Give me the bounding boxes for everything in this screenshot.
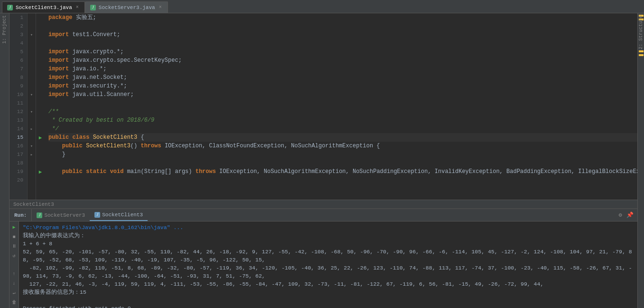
run-g-12	[36, 107, 45, 116]
code-content[interactable]: package 实验五; import test1.Convert; impor…	[45, 13, 637, 200]
ln-4: 4	[11, 39, 23, 48]
fold-14[interactable]: ▸	[28, 125, 36, 133]
ln-3: 3	[11, 30, 23, 39]
console-line-6: 接收服务器的信息为：15	[23, 288, 634, 296]
run-g-10	[36, 90, 45, 99]
run-left-panel: ▶ ■ ⏸ ↺ ↑ ↓ ↵ 🗑	[9, 221, 19, 308]
ln-1: 1	[11, 13, 23, 22]
ln-16: 16	[11, 142, 23, 150]
ln-5: 5	[11, 48, 23, 56]
structure-label[interactable]: 2: Structure	[638, 15, 644, 49]
clear-icon[interactable]: 🗑	[10, 298, 18, 306]
editor-class-name: SocketClient3	[13, 202, 54, 207]
run-g-7	[36, 65, 45, 73]
code-line-14: */	[48, 125, 637, 133]
ln-6: 6	[11, 56, 23, 65]
code-line-13: * Created by besti on 2018/6/9	[48, 116, 637, 125]
console-line-2: 1 + 6 + 8	[23, 240, 634, 248]
console-path-text: "C:\Program Files\Java\jdk1.8.0_162\bin\…	[23, 224, 183, 231]
ln-17: 17	[11, 150, 23, 159]
code-line-5: import javax.crypto.*;	[48, 48, 637, 56]
editor-container: 1 2 3 4 5 6 7 8 9 10 11 12 13 14 15 16 1	[9, 13, 637, 308]
fold-15	[28, 133, 36, 142]
fold-18	[28, 159, 36, 167]
code-line-4	[48, 39, 637, 48]
run-g-5	[36, 48, 45, 56]
resume-icon[interactable]: ↺	[10, 252, 18, 260]
code-line-18	[48, 159, 637, 167]
tab-close-server[interactable]: ×	[158, 5, 163, 10]
pin-button[interactable]: 📌	[626, 212, 634, 219]
run-label: Run:	[9, 209, 32, 221]
fold-1	[28, 13, 36, 22]
fold-5	[28, 48, 36, 56]
ln-19: 19	[11, 167, 23, 176]
code-line-3: import test1.Convert;	[48, 30, 637, 39]
fold-16[interactable]: ▾	[28, 142, 36, 150]
run-tabs-bar: Run: J SocketServer3 J SocketClient3 ⚙ 📌	[9, 209, 637, 221]
run-client-label: SocketClient3	[102, 212, 143, 218]
fold-8	[28, 73, 36, 82]
sidebar-project-label[interactable]: 1: Project	[2, 15, 7, 44]
run-g-15[interactable]: ▶	[36, 133, 45, 142]
console-output[interactable]: "C:\Program Files\Java\jdk1.8.0_162\bin\…	[19, 221, 637, 308]
run-g-9	[36, 82, 45, 90]
run-g-2	[36, 22, 45, 30]
fold-3[interactable]: ▾	[28, 30, 36, 39]
fold-6	[28, 56, 36, 65]
code-area[interactable]: 1 2 3 4 5 6 7 8 9 10 11 12 13 14 15 16 1	[9, 13, 637, 200]
run-g-20	[36, 176, 45, 184]
code-line-19: public static void main(String[] args) t…	[48, 167, 637, 176]
code-line-16: public SocketClient3() throws IOExceptio…	[48, 142, 637, 150]
console-line-7	[23, 296, 634, 304]
left-sidebar: 1: Project	[0, 13, 9, 308]
console-line-8: Process finished with exit code 0	[23, 304, 634, 308]
editor-status-bar: SocketClient3	[9, 200, 637, 208]
run-controls: ⚙ 📌	[616, 212, 637, 219]
fold-10[interactable]: ▾	[28, 90, 36, 99]
ln-8: 8	[11, 73, 23, 82]
run-g-13	[36, 116, 45, 125]
java-icon-client: J	[7, 5, 13, 10]
run-server-icon: J	[37, 212, 42, 218]
run-g-3	[36, 30, 45, 39]
settings-button[interactable]: ⚙	[616, 212, 624, 219]
run-g-16	[36, 142, 45, 150]
code-line-2	[48, 22, 637, 30]
fold-gutter: ▾ ▾ ▾ ▸ ▾ ▸	[28, 13, 36, 200]
fold-17[interactable]: ▸	[28, 150, 36, 159]
wrap-icon[interactable]: ↵	[10, 289, 18, 297]
tab-socketclient3[interactable]: J SocketClient3.java ×	[2, 1, 85, 13]
tab-socketserver3[interactable]: J SocketServer3.java ×	[85, 1, 168, 13]
ln-12: 12	[11, 107, 23, 116]
pause-icon[interactable]: ⏸	[10, 242, 18, 250]
console-line-3: 52, 59, 65, -20, -101, -57, -80, 32, -55…	[23, 248, 634, 264]
editor-tabs-bar: J SocketClient3.java × J SocketServer3.j…	[0, 0, 644, 13]
code-line-9: import java.security.*;	[48, 82, 637, 90]
fold-12[interactable]: ▾	[28, 107, 36, 116]
ln-10: 10	[11, 90, 23, 99]
run-gutter: ▶ ▶	[36, 13, 45, 200]
tab-close-client[interactable]: ×	[75, 5, 80, 10]
run-tab-client[interactable]: J SocketClient3	[90, 209, 148, 221]
code-line-12: /**	[48, 107, 637, 116]
stop-icon[interactable]: ■	[10, 233, 18, 241]
run-tab-server[interactable]: J SocketServer3	[32, 209, 90, 221]
console-line-4: -82, 102, -99, -82, 110, -51, 8, 68, -89…	[23, 264, 634, 280]
run-g-14	[36, 125, 45, 133]
scroll-up-icon[interactable]: ↑	[10, 270, 18, 278]
run-g-6	[36, 56, 45, 65]
ln-2: 2	[11, 22, 23, 30]
run-g-19[interactable]: ▶	[36, 167, 45, 176]
code-line-7: import java.io.*;	[48, 65, 637, 73]
fold-4	[28, 39, 36, 48]
play-icon[interactable]: ▶	[10, 223, 18, 231]
fold-13	[28, 116, 36, 125]
run-content: ▶ ■ ⏸ ↺ ↑ ↓ ↵ 🗑 "C:\Program Files\Java\j…	[9, 221, 637, 308]
console-line-1: 我输入的中缀表达式为：	[23, 231, 634, 240]
tab-label-server: SocketServer3.java	[99, 5, 155, 10]
run-g-11	[36, 99, 45, 107]
scroll-down-icon[interactable]: ↓	[10, 279, 18, 287]
fold-9	[28, 82, 36, 90]
code-line-11	[48, 99, 637, 107]
